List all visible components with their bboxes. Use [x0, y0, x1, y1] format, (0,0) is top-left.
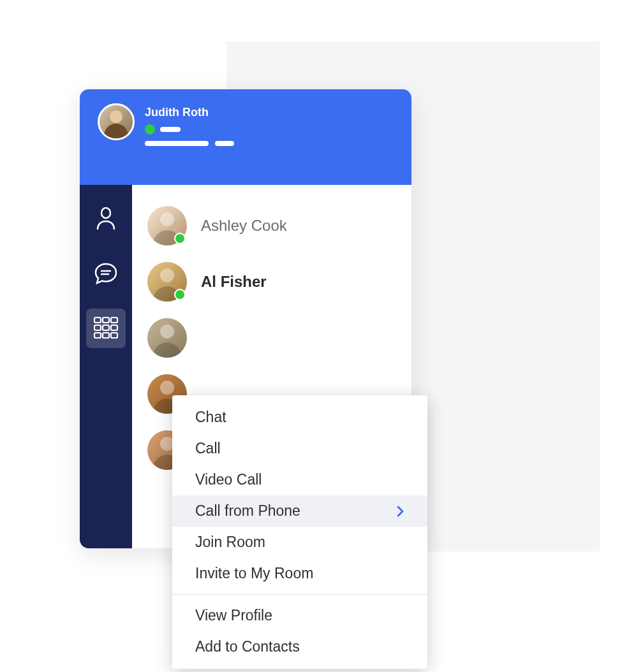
person-icon	[95, 207, 117, 231]
menu-item-add-to-contacts[interactable]: Add to Contacts	[172, 631, 427, 662]
svg-rect-8	[94, 333, 101, 338]
menu-divider	[172, 594, 427, 595]
menu-item-label: Chat	[195, 409, 226, 426]
menu-item-view-profile[interactable]: View Profile	[172, 600, 427, 631]
contact-item-ashley-cook[interactable]: Ashley Cook	[132, 198, 411, 254]
svg-rect-2	[94, 318, 101, 323]
menu-item-label: Call from Phone	[195, 502, 300, 520]
svg-rect-9	[103, 333, 109, 338]
chevron-right-icon	[397, 506, 404, 517]
context-menu: Chat Call Video Call Call from Phone Joi…	[172, 395, 427, 669]
contact-avatar	[147, 318, 187, 358]
svg-rect-4	[111, 318, 117, 323]
contact-avatar-wrap	[147, 318, 187, 358]
svg-rect-3	[103, 318, 109, 323]
menu-item-video-call[interactable]: Video Call	[172, 464, 427, 495]
sidebar-tab-dialpad[interactable]	[86, 309, 126, 348]
menu-item-label: Invite to My Room	[195, 565, 313, 582]
menu-item-call[interactable]: Call	[172, 433, 427, 464]
user-name: Judith Roth	[145, 106, 234, 119]
menu-item-call-from-phone[interactable]: Call from Phone	[172, 495, 427, 527]
menu-item-label: View Profile	[195, 607, 272, 624]
contact-avatar-wrap	[147, 206, 187, 245]
svg-rect-6	[103, 325, 109, 330]
header: Judith Roth	[80, 89, 411, 185]
online-status-dot	[174, 233, 186, 244]
svg-rect-5	[94, 325, 101, 330]
status-extra-placeholder	[215, 141, 234, 146]
menu-item-label: Add to Contacts	[195, 638, 300, 655]
chat-bubble-icon	[94, 262, 118, 285]
menu-item-label: Video Call	[195, 471, 262, 488]
contact-name: Ashley Cook	[201, 217, 287, 235]
menu-item-label: Call	[195, 440, 221, 457]
status-message-placeholder	[145, 141, 209, 146]
sidebar-tab-chat[interactable]	[86, 254, 126, 293]
menu-item-join-room[interactable]: Join Room	[172, 527, 427, 558]
user-avatar[interactable]	[98, 103, 135, 140]
dialpad-icon	[93, 316, 119, 340]
sidebar-tab-contacts[interactable]	[86, 199, 126, 238]
contact-item[interactable]	[132, 310, 411, 366]
online-status-dot	[174, 289, 186, 300]
contact-name: Al Fisher	[201, 273, 267, 291]
user-sub-row	[145, 141, 234, 146]
user-status-row	[145, 124, 234, 135]
contact-item-al-fisher[interactable]: Al Fisher	[132, 254, 411, 310]
status-text-placeholder	[160, 127, 181, 132]
menu-item-invite-to-my-room[interactable]: Invite to My Room	[172, 558, 427, 589]
svg-rect-10	[111, 333, 117, 338]
sidebar	[80, 185, 132, 548]
contact-avatar-wrap	[147, 262, 187, 302]
online-status-indicator	[145, 124, 155, 135]
menu-item-chat[interactable]: Chat	[172, 402, 427, 433]
menu-item-label: Join Room	[195, 534, 265, 551]
user-info: Judith Roth	[145, 103, 234, 146]
svg-rect-7	[111, 325, 117, 330]
